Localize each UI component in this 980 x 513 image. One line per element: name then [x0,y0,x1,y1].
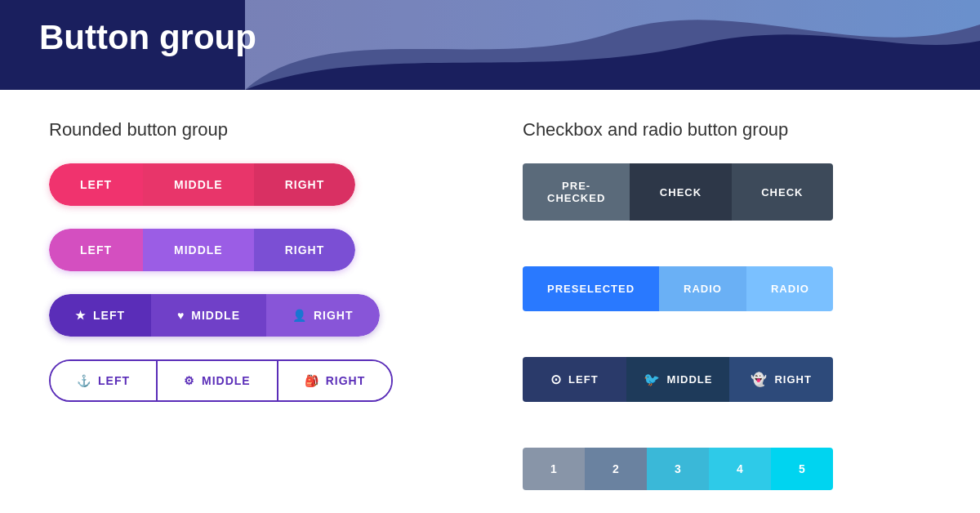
outlined-middle-label: MIDDLE [202,374,251,387]
social-right-button[interactable]: 👻 RIGHT [729,357,833,402]
radio-group-container: PRESELECTED RADIO RADIO [523,266,833,311]
social-right-label: RIGHT [774,373,811,386]
right-section-title: Checkbox and radio button group [523,119,931,141]
outlined-right-label: RIGHT [326,374,366,387]
pink-group-container: LEFT MIDDLE RIGHT [49,163,355,206]
right-section: Checkbox and radio button group PRE-CHEC… [490,119,931,513]
social-group-container: ⊙ LEFT 🐦 MIDDLE 👻 RIGHT [523,357,833,402]
star-icon: ★ [75,309,87,322]
dark-right-label: RIGHT [314,309,354,322]
left-section: Rounded button group LEFT MIDDLE RIGHT L… [49,119,490,513]
pink-middle-button[interactable]: MIDDLE [143,163,254,206]
social-left-button[interactable]: ⊙ LEFT [523,357,626,402]
number-5-button[interactable]: 5 [771,448,833,490]
outlined-group-container: ⚓ LEFT ⚙ MIDDLE 🎒 RIGHT [49,359,393,402]
heart-icon: ♥ [177,309,185,322]
number-group: 1 2 3 4 5 [523,448,931,490]
number-4-button[interactable]: 4 [709,448,771,490]
user-icon: 👤 [292,309,307,322]
dark-purple-group-container: ★ LEFT ♥ MIDDLE 👤 RIGHT [49,294,380,337]
dark-middle-label: MIDDLE [191,309,240,322]
anchor-icon: ⚓ [77,374,91,387]
bag-icon: 🎒 [305,374,319,387]
purple-left-button[interactable]: LEFT [49,229,143,271]
left-section-title: Rounded button group [49,119,457,141]
dark-middle-button[interactable]: ♥ MIDDLE [151,294,266,337]
outlined-left-button[interactable]: ⚓ LEFT [51,361,158,400]
number-group-container: 1 2 3 4 5 [523,448,833,490]
header: Button group [0,0,980,90]
number-2-button[interactable]: 2 [585,448,647,490]
pink-left-button[interactable]: LEFT [49,163,143,206]
outlined-button-group: ⚓ LEFT ⚙ MIDDLE 🎒 RIGHT [49,359,457,402]
number-3-button[interactable]: 3 [647,448,709,490]
outlined-left-label: LEFT [98,374,130,387]
social-middle-button[interactable]: 🐦 MIDDLE [626,357,730,402]
page-title: Button group [39,18,256,57]
dark-right-button[interactable]: 👤 RIGHT [266,294,380,337]
pink-right-button[interactable]: RIGHT [254,163,356,206]
purple-group-container: LEFT MIDDLE RIGHT [49,229,355,271]
check1-button[interactable]: CHECK [630,163,731,221]
twitter-icon: 🐦 [644,372,661,387]
outlined-middle-button[interactable]: ⚙ MIDDLE [158,361,278,400]
prechecked-button[interactable]: PRE-CHECKED [523,163,630,221]
number-1-button[interactable]: 1 [523,448,585,490]
social-middle-label: MIDDLE [667,373,713,386]
instagram-icon: ⊙ [550,372,562,387]
purple-middle-button[interactable]: MIDDLE [143,229,254,271]
purple-button-group: LEFT MIDDLE RIGHT [49,229,457,271]
header-wave [245,0,980,90]
dark-left-button[interactable]: ★ LEFT [49,294,151,337]
purple-right-button[interactable]: RIGHT [254,229,356,271]
checkbox-group: PRE-CHECKED CHECK CHECK [523,163,931,243]
social-left-label: LEFT [568,373,599,386]
check2-button[interactable]: CHECK [732,163,833,221]
snapchat-icon: 👻 [751,372,768,387]
preselected-button[interactable]: PRESELECTED [523,266,659,311]
checkbox-group-container: PRE-CHECKED CHECK CHECK [523,163,833,221]
gear-icon: ⚙ [184,374,195,387]
radio2-button[interactable]: RADIO [746,266,833,311]
main-content: Rounded button group LEFT MIDDLE RIGHT L… [0,90,980,513]
dark-purple-button-group: ★ LEFT ♥ MIDDLE 👤 RIGHT [49,294,457,337]
radio1-button[interactable]: RADIO [659,266,746,311]
social-group: ⊙ LEFT 🐦 MIDDLE 👻 RIGHT [523,357,931,425]
dark-left-label: LEFT [93,309,125,322]
radio-group: PRESELECTED RADIO RADIO [523,266,931,334]
outlined-right-button[interactable]: 🎒 RIGHT [278,361,392,400]
pink-button-group: LEFT MIDDLE RIGHT [49,163,457,206]
